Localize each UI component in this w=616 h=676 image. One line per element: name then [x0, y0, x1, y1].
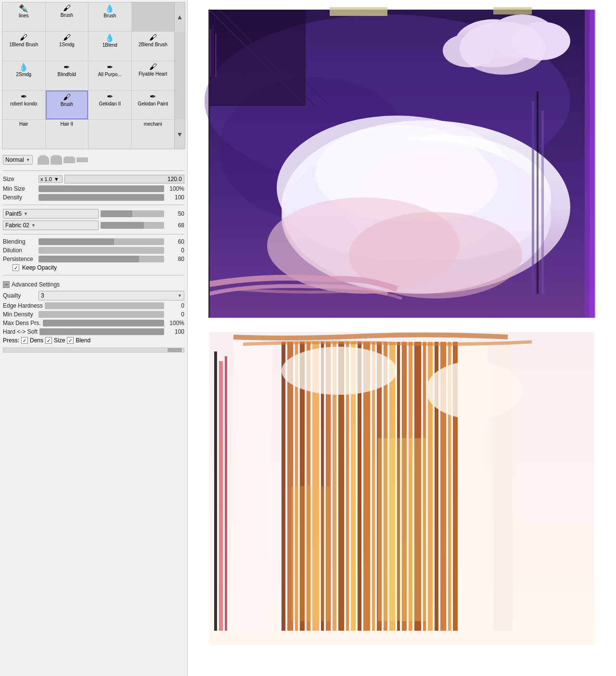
quality-row: Quailty 3 ▼ [3, 291, 184, 300]
size-prefix-dropdown[interactable]: x 1.0 ▼ [38, 175, 63, 183]
scroll-up-button[interactable]: ▲ [175, 2, 185, 32]
quality-dropdown[interactable]: 3 ▼ [38, 291, 184, 300]
brush-cell-brush2[interactable]: 💧 Brush [89, 2, 131, 31]
brush-label-gekidanpaint: Gekidan Paint [138, 101, 168, 106]
artwork-area [188, 0, 616, 676]
press-blend-checkbox[interactable]: ✓ [67, 337, 74, 344]
svg-rect-71 [330, 7, 387, 16]
brush-cell-2smdg[interactable]: 💧 2Smdg [2, 61, 45, 90]
fabric02-slider[interactable] [101, 222, 164, 229]
persistence-label: Persistence [3, 256, 37, 262]
shape-button-peak[interactable] [38, 155, 49, 165]
fabric02-row: Fabric 02 ▼ 68 [3, 221, 184, 230]
brush-label-brush1: Brush [61, 13, 73, 18]
advanced-settings-header[interactable]: − Advanced Settings [3, 281, 184, 288]
brush-cell-mechani[interactable]: mechani [132, 120, 175, 149]
panel-scrollbar[interactable] [3, 348, 184, 352]
min-size-slider[interactable] [38, 185, 164, 192]
svg-rect-28 [537, 91, 539, 294]
svg-rect-64 [378, 438, 426, 621]
min-density-slider[interactable] [38, 311, 164, 318]
paint5-dropdown[interactable]: Paint5 ▼ [3, 209, 99, 219]
brush-icon-gekidanpaint: ✒ [150, 92, 156, 101]
persistence-slider[interactable] [38, 256, 164, 262]
brush-icon-flyable: 🖌 [149, 63, 157, 71]
press-row: Press: ✓ Dens ✓ Size ✓ Blend [3, 337, 184, 344]
brush-icon-1smdg: 🖌 [63, 33, 71, 42]
top-painting [205, 10, 594, 318]
svg-point-69 [282, 347, 397, 395]
density-slider[interactable] [38, 194, 164, 201]
brush-cell-gekidan2[interactable]: ✒ Gekidan II [89, 91, 131, 119]
density-fill [38, 194, 164, 201]
press-dens-checkbox[interactable]: ✓ [21, 337, 28, 344]
min-density-value: 0 [166, 311, 184, 318]
paint5-slider[interactable] [101, 210, 164, 217]
hard-soft-slider[interactable] [39, 328, 164, 335]
shape-button-round[interactable] [51, 155, 62, 165]
max-dens-prs-slider[interactable] [43, 320, 164, 326]
brush-cell-flyable[interactable]: 🖌 Flyable Heart [132, 61, 175, 90]
brush-label-2smdg: 2Smdg [16, 72, 31, 77]
scrollbar-thumb[interactable] [167, 348, 182, 352]
min-size-value: 100% [166, 185, 184, 192]
brush-label-allpurpo: All Purpo... [98, 72, 122, 77]
fabric02-dropdown[interactable]: Fabric 02 ▼ [3, 221, 99, 230]
brush-cell-allpurpo[interactable]: ✒ All Purpo... [89, 61, 131, 90]
press-size-checkbox[interactable]: ✓ [45, 337, 52, 344]
brush-label-mechani: mechani [144, 121, 162, 127]
shape-button-rect[interactable] [77, 157, 88, 162]
brush-icon-gekidan2: ✒ [107, 92, 113, 101]
brush-label-selected: Brush [61, 102, 73, 107]
quality-label: Quailty [3, 292, 37, 299]
size-value: 120.0 [64, 175, 184, 183]
brush-cell-brush-selected[interactable]: 🖌 Brush [46, 91, 89, 119]
brush-cell-gekidanpaint[interactable]: ✒ Gekidan Paint [132, 91, 175, 119]
brush-label-hair2: Hair II [60, 121, 73, 127]
max-dens-prs-row: Max Dens Prs. 100% [3, 320, 184, 326]
density-row: Density 100 [3, 194, 184, 201]
edge-hardness-slider[interactable] [45, 302, 164, 309]
min-size-fill [38, 185, 164, 192]
mode-dropdown[interactable]: Normal ▼ [3, 155, 33, 165]
density-label: Density [3, 194, 37, 201]
brush-label-1blend2: 1Blend [103, 42, 117, 48]
advanced-toggle-icon[interactable]: − [3, 281, 10, 288]
dilution-slider[interactable] [38, 247, 164, 254]
brush-cell-lines[interactable]: ✒️ lines [2, 2, 45, 31]
brush-cell-blindfold[interactable]: ✒ Blindfold [46, 61, 89, 90]
brush-cell-1blend[interactable]: 🖌 1Blend Brush [2, 32, 45, 61]
paint5-arrow: ▼ [24, 211, 28, 216]
hard-soft-value: 100 [166, 328, 184, 335]
dilution-value: 0 [166, 247, 184, 254]
min-density-label: Min Density [3, 311, 37, 318]
brush-cell-2blend[interactable]: 🖌 2Blend Brush [132, 32, 175, 61]
brush-cell-roberto[interactable]: ✒ robert kondo [2, 91, 45, 119]
brush-icon-allpurpo: ✒ [107, 63, 113, 72]
keep-opacity-checkbox[interactable]: ✓ [13, 264, 19, 271]
brush-label-1smdg: 1Smdg [59, 42, 75, 47]
min-size-row: Min Size 100% [3, 185, 184, 192]
svg-rect-67 [219, 361, 223, 631]
paint5-row: Paint5 ▼ 50 [3, 209, 184, 219]
brush-cell-hair[interactable]: Hair [2, 120, 45, 149]
edge-hardness-value: 0 [166, 302, 184, 309]
brush-label-blindfold: Blindfold [58, 72, 76, 77]
brush-label-gekidan2: Gekidan II [99, 101, 121, 106]
svg-rect-66 [214, 351, 217, 631]
blending-row: Blending 60 [3, 238, 184, 245]
brush-grid-cells: ✒️ lines 🖌 Brush 💧 Brush 🖌 1Blend Brush … [2, 2, 174, 149]
mode-dropdown-arrow: ▼ [26, 157, 30, 162]
scroll-down-button[interactable]: ▼ [175, 119, 185, 149]
hard-soft-row: Hard <-> Soft 100 [3, 328, 184, 335]
brush-cell-1smdg[interactable]: 🖌 1Smdg [46, 32, 89, 61]
svg-rect-25 [212, 24, 214, 82]
brush-cell-hair2[interactable]: Hair II [46, 120, 89, 149]
svg-point-11 [460, 22, 546, 75]
shape-button-flat[interactable] [64, 156, 75, 163]
blending-slider[interactable] [38, 238, 164, 245]
max-dens-prs-fill [43, 320, 164, 326]
artwork-canvas[interactable] [195, 5, 609, 655]
brush-cell-1blend2[interactable]: 💧 1Blend [89, 32, 131, 61]
brush-cell-brush1[interactable]: 🖌 Brush [46, 2, 89, 31]
